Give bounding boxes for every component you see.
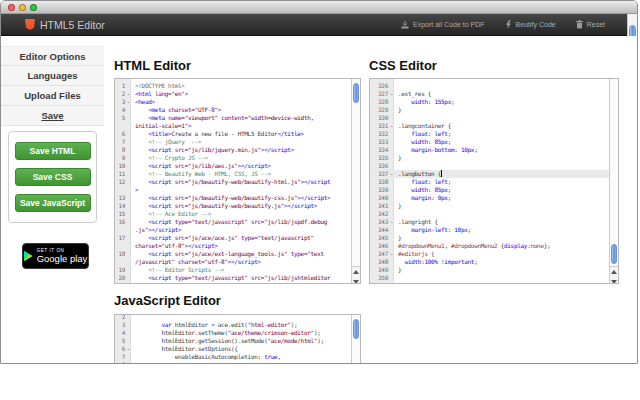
code-row: 2-<html lang="en">	[115, 90, 351, 98]
code-row: 18 <script src="js/ace/ext-language_tool…	[115, 250, 351, 258]
line-number: 343-	[370, 218, 394, 226]
fold-marker-icon[interactable]: -	[127, 345, 130, 353]
fold-marker-icon[interactable]: -	[390, 218, 393, 226]
code-row: charset="utf-8"></script>	[115, 242, 351, 250]
code-row: 7 enableBasicAutocompletion: true,	[115, 353, 351, 361]
close-window-button[interactable]	[8, 4, 15, 11]
code-row: 12 <script src="js/beautify-web/beautify…	[115, 178, 351, 186]
code-line: <script src="js/ace/ace.js" type="text/j…	[131, 234, 351, 242]
code-row: 19 <!-- Editor Scripts -->	[115, 266, 351, 274]
minimize-window-button[interactable]	[19, 4, 26, 11]
html-editor-scrollbar-thumb[interactable]	[353, 83, 359, 103]
code-row: 9 <!-- Crypto JS -->	[115, 154, 351, 162]
export-pdf-label: Export all Code to PDF	[413, 21, 485, 28]
code-line: <!-- jQuery -->	[131, 138, 351, 146]
html-editor-scroll-up-arrow[interactable]	[352, 267, 360, 277]
code-row: 345}	[370, 234, 609, 242]
code-row: 11 <!-- Beautify Web - HTML, CSS, JS -->	[115, 170, 351, 178]
line-number: 12	[115, 178, 131, 186]
code-row: 342	[370, 210, 609, 218]
css-editor-scrollbar-thumb[interactable]	[611, 244, 617, 264]
fold-marker-icon[interactable]: -	[390, 250, 393, 258]
code-line: width:100% !important;	[394, 258, 609, 266]
html-editor-pane[interactable]: 1<!DOCTYPE html>2-<html lang="en">3-<hea…	[114, 78, 361, 284]
google-play-badge[interactable]: GET IT ON Google play	[22, 243, 89, 269]
save-html-button[interactable]: Save HTML	[15, 142, 91, 160]
code-row: 5 <meta name="viewport" content="width=d…	[115, 114, 351, 122]
css-editor-scroll-arrows	[610, 266, 618, 283]
code-line: .js"></script>	[131, 226, 351, 234]
code-row: 4 <meta charset="UTF-8">	[115, 106, 351, 114]
javascript-editor-scrollbar-thumb[interactable]	[353, 319, 359, 339]
sidebar-item-editor-options[interactable]: Editor Options	[1, 46, 104, 66]
line-number: 4	[115, 329, 131, 337]
reset-button[interactable]: Reset	[576, 20, 605, 29]
line-number: 345	[370, 234, 394, 242]
code-row: 2	[115, 314, 351, 321]
css-editor-scroll-down-arrow[interactable]	[610, 277, 618, 284]
fold-marker-icon[interactable]: -	[390, 122, 393, 130]
google-play-line2: Google play	[37, 254, 88, 264]
sidebar-item-languages[interactable]: Languages	[1, 66, 104, 86]
code-row: >	[115, 186, 351, 194]
javascript-editor-pane[interactable]: 23 var htmlEditor = ace.edit("html-edito…	[114, 314, 361, 363]
line-number: 14	[115, 202, 131, 210]
code-row: 343-.langright {	[370, 218, 609, 226]
code-row: 20 <script type="text/javascript" src="j…	[115, 274, 351, 282]
line-number: 344	[370, 226, 394, 234]
code-row: 8	[115, 361, 351, 363]
code-line: float: left;	[394, 130, 609, 138]
code-row: 329}	[370, 106, 609, 114]
code-row: 348 width:100% !important;	[370, 258, 609, 266]
line-number: 4	[115, 106, 131, 114]
code-row: 331-.langcontainer {	[370, 122, 609, 130]
code-row: 346#dropdownMenu1, #dropdownMenu2 {displ…	[370, 242, 609, 250]
fold-marker-icon[interactable]: -	[390, 170, 393, 178]
css-editor-scroll-up-arrow[interactable]	[610, 267, 618, 277]
line-number	[115, 122, 131, 130]
code-row: 332 float: left;	[370, 130, 609, 138]
line-number: 339	[370, 186, 394, 194]
line-number: 347-	[370, 250, 394, 258]
code-line	[394, 162, 609, 170]
line-number: 8	[115, 146, 131, 154]
content-area: Editor Options Languages Upload Files Sa…	[1, 36, 637, 363]
line-number: 326	[370, 82, 394, 90]
line-number	[115, 186, 131, 194]
zoom-window-button[interactable]	[30, 4, 37, 11]
code-row: 341}	[370, 202, 609, 210]
fold-marker-icon[interactable]: -	[127, 90, 130, 98]
line-number: 16	[115, 218, 131, 226]
code-line: .langcontainer {	[394, 122, 609, 130]
line-number: 18	[115, 250, 131, 258]
code-row: 335}	[370, 154, 609, 162]
save-css-button[interactable]: Save CSS	[15, 168, 91, 186]
css-editor-code[interactable]: 326327-.ext_res {328 width: 155px;329}33…	[370, 79, 609, 283]
javascript-editor-code[interactable]: 23 var htmlEditor = ace.edit("html-edito…	[115, 314, 351, 363]
html-editor-scrollbar[interactable]	[351, 79, 360, 283]
line-number: 333	[370, 138, 394, 146]
css-editor-scrollbar[interactable]	[609, 79, 618, 283]
code-line	[394, 114, 609, 122]
code-line: <meta name="viewport" content="width=dev…	[131, 114, 351, 122]
google-play-triangle-icon	[24, 251, 33, 262]
navbar-actions: Export all Code to PDF Beutify Code Rese…	[401, 20, 605, 29]
code-line: }	[394, 154, 609, 162]
code-row: 326	[370, 82, 609, 90]
css-editor-pane[interactable]: 326327-.ext_res {328 width: 155px;329}33…	[369, 78, 619, 284]
javascript-editor-scrollbar[interactable]	[351, 315, 360, 363]
code-line: <meta charset="UTF-8">	[131, 106, 351, 114]
line-number: 335	[370, 154, 394, 162]
save-javascript-button[interactable]: Save JavaScript	[15, 194, 91, 212]
html-editor-code[interactable]: 1<!DOCTYPE html>2-<html lang="en">3-<hea…	[115, 79, 351, 283]
code-line: margin-bottom: 10px;	[394, 146, 609, 154]
html-editor-scroll-down-arrow[interactable]	[352, 277, 360, 284]
beautify-code-button[interactable]: Beutify Code	[505, 20, 556, 29]
fold-marker-icon[interactable]: -	[390, 90, 393, 98]
fold-marker-icon[interactable]: -	[127, 98, 130, 106]
sidebar-item-upload-files[interactable]: Upload Files	[1, 86, 104, 106]
code-line	[131, 314, 351, 321]
export-pdf-button[interactable]: Export all Code to PDF	[401, 21, 485, 29]
sidebar-item-save[interactable]: Save	[1, 106, 104, 126]
code-line: charset="utf-8"></script>	[131, 242, 351, 250]
